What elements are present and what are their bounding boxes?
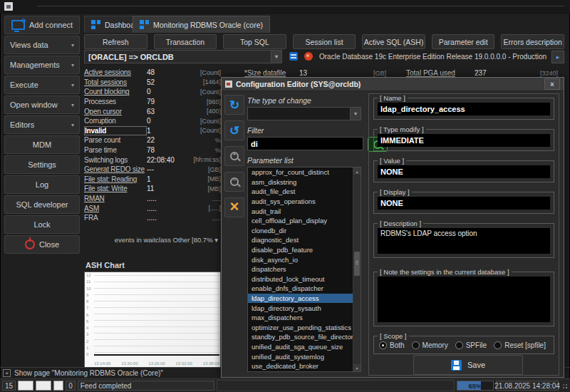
refresh-button[interactable]: Refresh [84,34,147,49]
chart-y-axis: 1211109876543210 [86,273,91,356]
stat-label[interactable]: Parse count [84,136,147,144]
parameter-list-item[interactable]: approx_for_count_distinct [248,167,353,177]
parameter-list-item[interactable]: diagnostic_dest [248,235,353,245]
stat-label[interactable]: FRA [84,214,147,222]
zoom-in-button[interactable]: + [224,146,244,166]
parameter-edit-button[interactable]: Parameter edit [432,34,495,49]
progress-label: 65% [457,381,493,390]
scope-radio[interactable]: Both [379,341,405,349]
description-field[interactable]: RDBMS's LDAP access option [378,228,550,254]
sidebar-item[interactable]: Open window ▾ [4,96,80,114]
chevron-down-icon[interactable]: ▾ [350,108,361,120]
scope-radio[interactable]: SPFile [455,341,487,349]
top-sql-button[interactable]: Top SQL [223,34,286,49]
cancel-button[interactable]: × [224,197,244,217]
stat-label[interactable]: Active sessions [84,68,147,76]
zoom-out-button[interactable]: − [224,172,244,192]
parameter-list-item[interactable]: ldap_directory_sysauth [248,303,353,313]
close-note-icon[interactable]: × [3,369,11,377]
type-modify-field[interactable]: IMMEDIATE [378,134,550,147]
sidebar-item[interactable]: MDM ▾ [4,135,80,154]
parameter-name: diagnostic_dest [252,236,299,244]
parameter-list-item[interactable]: unified_audit_sga_queue_size [248,342,353,352]
close-button[interactable]: Close [4,235,80,254]
connection-select[interactable]: [ORACLE] => ORCLDB ▾ [84,50,282,63]
value-field[interactable]: NONE [378,165,550,178]
stat-label[interactable]: Total sessions [84,78,147,86]
refresh-icon-button[interactable]: ↻ [224,95,244,115]
parameter-list-item[interactable]: audit_file_dest [248,187,353,197]
stat-label[interactable]: Switching logs [84,156,147,164]
sidebar-item[interactable]: Settings ▾ [4,155,80,174]
scope-radio[interactable]: Memory [412,341,448,349]
parameter-list-item[interactable]: audit_trail [248,206,353,216]
expand-button[interactable]: ▸ [551,51,564,63]
parameter-name: optimizer_use_pending_statistics [252,324,351,331]
scope-radio[interactable]: Reset [spfile] [494,341,546,349]
scroll-up-icon[interactable]: ▴ [353,167,361,175]
sidebar-item[interactable]: Lock ▾ [4,215,80,234]
sidebar-item[interactable]: Editors ▾ [4,115,80,134]
parameter-list-item[interactable]: disk_asynch_io [248,254,353,264]
parameter-list-item[interactable]: max_dispatchers [248,313,353,323]
stat-label[interactable]: Processes [84,98,147,105]
session-list-button[interactable]: Session list [293,34,356,49]
sidebar-item[interactable]: Managements ▾ [4,56,80,74]
errors-description-button[interactable]: Errors description [501,34,564,49]
type-of-change-select[interactable]: ▾ [247,107,361,120]
parameter-list-item[interactable]: disable_pdb_feature [248,245,353,255]
sidebar-item[interactable]: Execute ▾ [4,76,80,94]
note-field[interactable] [378,277,550,322]
parameter-list-item[interactable]: enable_dnfs_dispatcher [248,284,353,294]
tab-monitoring-rdbms[interactable]: Monitoring RDBMS Oracle (core) [133,16,270,33]
parameter-list-item[interactable]: dispatchers [248,264,353,274]
sidebar-item[interactable]: Log ▾ [4,175,80,194]
status-empty-field [217,380,455,391]
active-sql-ash-button[interactable]: Active SQL (ASH) [362,34,425,49]
scroll-down-icon[interactable]: ▾ [353,364,361,371]
filter-input[interactable] [247,137,363,150]
sidebar-item[interactable]: SQL developer ▾ [4,195,80,214]
database-icon [289,52,298,61]
parameter-list-item[interactable]: unified_audit_systemlog [248,351,353,361]
parameter-name: enable_dnfs_dispatcher [252,284,323,292]
stat-label[interactable]: RMAN [84,195,147,202]
parameter-list-item[interactable]: use_dedicated_broker [248,361,353,371]
stat-label[interactable]: Invalid [84,126,147,135]
save-button[interactable]: Save [413,355,523,375]
dialog-close-button[interactable]: × [544,78,560,90]
parameter-list-item[interactable]: cell_offload_plan_display [248,216,353,226]
stat-label[interactable]: Open cursor [84,108,147,115]
chevron-down-icon[interactable]: ▾ [271,51,281,63]
dialog-title-bar[interactable]: Configuration Editor (SYS@orcldb) × [222,78,564,91]
parameter-list-item[interactable]: standby_pdb_source_file_directory [248,332,353,342]
stat-label[interactable]: Generat REDO size [84,165,147,173]
total-pga-label[interactable]: Total PGA used [406,69,455,77]
resize-grip-icon[interactable] [561,381,568,390]
history-icon-button[interactable]: ↺ [224,120,244,140]
stat-label[interactable]: Corruption [84,117,147,125]
stat-label[interactable]: Parse time [84,146,147,154]
stat-label[interactable]: Count blocking [84,88,147,96]
display-field[interactable]: NONE [378,197,550,210]
size-datafile-label[interactable]: *Size datafile [244,69,286,77]
parameter-list-item[interactable]: asm_diskstring [248,177,353,187]
name-field[interactable]: ldap_directory_access [378,103,550,115]
transaction-button[interactable]: Transaction [154,34,217,49]
refresh-icon: ↻ [229,99,239,111]
waitclass-note[interactable]: events in waitclass Other [80.7% ▾ [84,236,218,244]
parameter-list-item[interactable]: audit_sys_operations [248,197,353,207]
add-connect-button[interactable]: Add connect [4,16,80,34]
parameter-list-item[interactable]: optimizer_use_pending_statistics [248,323,353,333]
list-scrollbar[interactable]: ▴ ▾ [353,167,361,371]
parameter-list-item[interactable]: distributed_lock_timeout [248,274,353,284]
parameter-list-item[interactable]: clonedb_dir [248,226,353,236]
stat-label[interactable]: File stat: Reading [84,175,147,183]
sidebar-item[interactable]: Views data ▾ [4,36,80,54]
scrollbar-thumb[interactable] [354,252,360,276]
stat-label[interactable]: ASM [84,205,147,212]
progress-bar: 65% [457,381,494,391]
parameter-list-item[interactable]: ldap_directory_access [248,294,353,304]
stat-label[interactable]: File stat: Write [84,185,147,192]
status-indicator-3 [53,381,63,391]
